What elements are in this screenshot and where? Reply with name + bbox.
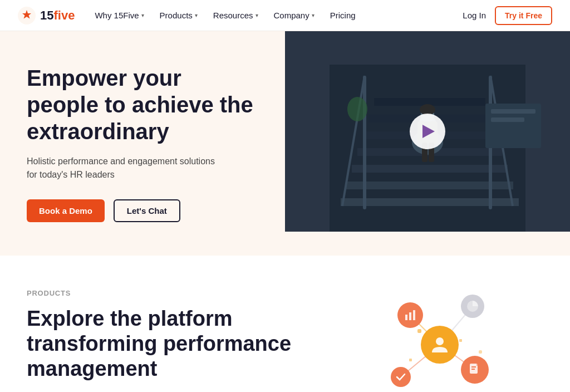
svg-rect-34 bbox=[405, 315, 407, 320]
products-inner: Products Explore the platform transformi… bbox=[27, 289, 543, 392]
svg-rect-30 bbox=[459, 339, 462, 342]
logo-text: 15five bbox=[40, 8, 75, 23]
logo[interactable]: 15five bbox=[18, 7, 75, 24]
chart-icon bbox=[404, 309, 416, 321]
products-section: Products Explore the platform transformi… bbox=[0, 256, 570, 392]
navbar-right: Log In Try it Free bbox=[463, 6, 552, 25]
login-button[interactable]: Log In bbox=[463, 11, 486, 20]
hero-left: Empower your people to achieve the extra… bbox=[0, 31, 285, 256]
nav-item-pricing[interactable]: Pricing bbox=[330, 11, 356, 20]
hero-section: Empower your people to achieve the extra… bbox=[0, 31, 570, 256]
video-thumbnail bbox=[285, 31, 570, 232]
svg-rect-40 bbox=[476, 364, 479, 366]
nav-links: Why 15Five ▾ Products ▾ Resources ▾ Comp… bbox=[95, 11, 355, 20]
pie-icon bbox=[466, 300, 479, 313]
person-icon bbox=[430, 335, 450, 355]
doc-icon bbox=[468, 362, 482, 377]
logo-icon bbox=[18, 7, 36, 24]
svg-rect-38 bbox=[471, 366, 476, 367]
svg-rect-35 bbox=[409, 312, 411, 320]
svg-rect-31 bbox=[409, 359, 412, 361]
bubble-network bbox=[379, 295, 501, 392]
check-icon bbox=[396, 372, 406, 382]
products-text-col: Products Explore the platform transformi… bbox=[27, 289, 311, 392]
nav-item-resources[interactable]: Resources ▾ bbox=[213, 11, 258, 20]
products-section-heading: Explore the platform transforming perfor… bbox=[27, 306, 311, 381]
products-section-label: Products bbox=[27, 289, 311, 297]
navbar: 15five Why 15Five ▾ Products ▾ Resources… bbox=[0, 0, 570, 31]
svg-point-33 bbox=[436, 337, 444, 345]
hero-buttons: Book a Demo Let's Chat bbox=[27, 199, 258, 222]
play-icon bbox=[422, 125, 435, 138]
play-button[interactable] bbox=[410, 114, 445, 149]
book-demo-button[interactable]: Book a Demo bbox=[27, 199, 105, 222]
svg-rect-32 bbox=[479, 350, 482, 354]
navbar-left: 15five Why 15Five ▾ Products ▾ Resources… bbox=[18, 7, 356, 24]
lets-chat-button[interactable]: Let's Chat bbox=[114, 199, 180, 222]
svg-rect-29 bbox=[417, 329, 421, 333]
svg-rect-36 bbox=[413, 310, 415, 320]
svg-rect-39 bbox=[471, 369, 475, 370]
hero-heading: Empower your people to achieve the extra… bbox=[27, 65, 258, 145]
nav-item-company[interactable]: Company ▾ bbox=[274, 11, 315, 20]
nav-item-products[interactable]: Products ▾ bbox=[160, 11, 198, 20]
bubble-center bbox=[421, 326, 459, 364]
platform-illustration bbox=[337, 289, 543, 392]
hero-video[interactable] bbox=[285, 31, 570, 256]
try-free-button[interactable]: Try it Free bbox=[495, 6, 552, 25]
hero-subtext: Holistic performance and engagement solu… bbox=[27, 155, 216, 182]
nav-item-why15five[interactable]: Why 15Five ▾ bbox=[95, 11, 144, 20]
